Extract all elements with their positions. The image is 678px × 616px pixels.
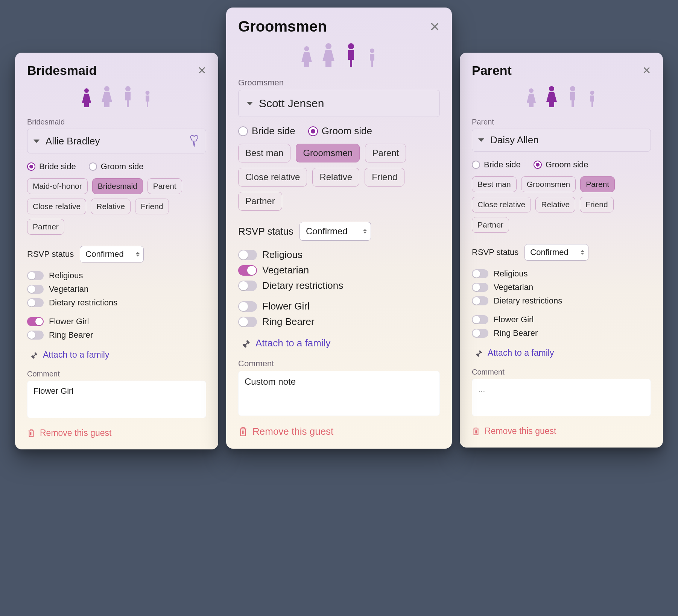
chevron-down-icon	[247, 102, 253, 105]
role-chips: Best man Groomsmen Parent Close relative…	[472, 176, 651, 233]
pin-icon	[241, 338, 251, 348]
avatar-boy-icon[interactable]	[143, 90, 152, 108]
toggle-ringbearer[interactable]	[472, 329, 488, 338]
avatar-picker	[238, 42, 440, 68]
rsvp-row: RSVP status Confirmed	[472, 244, 651, 261]
toggle-ringbearer[interactable]	[27, 331, 44, 340]
chip-friend[interactable]: Friend	[135, 199, 169, 214]
guest-card-parent: Parent ✕ Parent Daisy Allen Bride side G…	[460, 53, 663, 448]
avatar-girl-icon[interactable]	[81, 88, 92, 108]
rsvp-label: RSVP status	[472, 247, 518, 257]
toggle-flowergirl[interactable]	[27, 317, 44, 326]
remove-guest-button[interactable]: Remove this guest	[238, 426, 440, 437]
radio-bride-side[interactable]: Bride side	[27, 162, 76, 171]
attach-family-button[interactable]: Attach to a family	[475, 348, 651, 358]
rsvp-value: Confirmed	[530, 247, 568, 257]
comment-input[interactable]	[27, 381, 206, 418]
rsvp-value: Confirmed	[85, 249, 123, 259]
avatar-woman-icon[interactable]	[545, 85, 558, 108]
guest-card-groomsmen: Groomsmen ✕ Groomsmen Scott Jensen Bride…	[226, 8, 452, 449]
avatar-man-icon[interactable]	[566, 85, 579, 108]
avatar-woman-icon[interactable]	[100, 85, 113, 108]
chevron-down-icon	[33, 140, 40, 143]
close-icon[interactable]: ✕	[642, 65, 651, 76]
chip-parent[interactable]: Parent	[580, 176, 615, 192]
chip-bridesmaid[interactable]: Bridesmaid	[92, 178, 143, 194]
sort-icon	[363, 229, 367, 234]
rsvp-select[interactable]: Confirmed	[299, 222, 371, 241]
trash-icon	[472, 426, 480, 436]
toggle-religious[interactable]	[238, 250, 257, 260]
attach-family-button[interactable]: Attach to a family	[30, 350, 206, 360]
toggle-religious[interactable]	[27, 271, 44, 280]
guest-name: Daisy Allen	[490, 134, 645, 146]
chip-relative[interactable]: Relative	[535, 197, 575, 212]
guest-name-select[interactable]: Scott Jensen	[238, 90, 440, 117]
rsvp-select[interactable]: Confirmed	[80, 246, 144, 262]
close-icon[interactable]: ✕	[198, 65, 206, 76]
chip-parent[interactable]: Parent	[147, 178, 182, 194]
avatar-girl-icon[interactable]	[300, 46, 313, 68]
rsvp-row: RSVP status Confirmed	[238, 222, 440, 241]
chip-partner[interactable]: Partner	[238, 192, 282, 211]
attach-family-button[interactable]: Attach to a family	[241, 337, 440, 349]
chip-friend[interactable]: Friend	[580, 197, 614, 212]
chip-parent[interactable]: Parent	[365, 144, 406, 162]
comment-label: Comment	[27, 370, 206, 378]
toggle-ringbearer[interactable]	[238, 317, 257, 327]
remove-guest-button[interactable]: Remove this guest	[472, 426, 651, 436]
toggle-dietary[interactable]	[472, 296, 488, 305]
pin-icon	[475, 349, 483, 357]
avatar-man-icon[interactable]	[344, 42, 358, 68]
radio-groom-side[interactable]: Groom side	[89, 162, 144, 171]
chip-close-relative[interactable]: Close relative	[238, 168, 307, 187]
toggle-religious[interactable]	[472, 269, 488, 278]
chip-friend[interactable]: Friend	[365, 168, 404, 187]
toggle-dietary[interactable]	[27, 298, 44, 307]
radio-bride-side[interactable]: Bride side	[238, 125, 295, 137]
chip-partner[interactable]: Partner	[472, 217, 509, 233]
guest-name-select[interactable]: Daisy Allen	[472, 129, 651, 152]
chip-groomsmen[interactable]: Groomsmen	[521, 176, 576, 192]
role-toggles: Flower Girl Ring Bearer	[472, 315, 651, 338]
chip-relative[interactable]: Relative	[312, 168, 359, 187]
chip-best-man[interactable]: Best man	[472, 176, 517, 192]
chip-close-relative[interactable]: Close relative	[472, 197, 531, 212]
role-chips: Maid-of-honor Bridesmaid Parent Close re…	[27, 178, 206, 235]
dietary-toggles: Religious Vegetarian Dietary restriction…	[238, 249, 440, 291]
sort-icon	[581, 250, 584, 255]
radio-bride-side[interactable]: Bride side	[472, 160, 521, 170]
chip-groomsmen[interactable]: Groomsmen	[296, 144, 360, 162]
avatar-woman-icon[interactable]	[321, 42, 336, 68]
chip-close-relative[interactable]: Close relative	[27, 199, 86, 214]
chevron-down-icon	[478, 138, 484, 142]
chip-maid-of-honor[interactable]: Maid-of-honor	[27, 178, 88, 194]
close-icon[interactable]: ✕	[429, 20, 440, 33]
toggle-vegetarian[interactable]	[27, 285, 44, 294]
guest-name-select[interactable]: Allie Bradley	[27, 129, 206, 153]
chip-best-man[interactable]: Best man	[238, 144, 290, 162]
toggle-dietary[interactable]	[238, 281, 257, 291]
remove-guest-button[interactable]: Remove this guest	[27, 428, 206, 438]
toggle-flowergirl[interactable]	[238, 301, 257, 312]
role-toggles: Flower Girl Ring Bearer	[27, 317, 206, 340]
comment-label: Comment	[472, 368, 651, 376]
rsvp-select[interactable]: Confirmed	[524, 244, 588, 261]
comment-input[interactable]	[238, 371, 440, 416]
avatar-boy-icon[interactable]	[366, 48, 378, 68]
role-label: Groomsmen	[238, 78, 440, 88]
chip-partner[interactable]: Partner	[27, 219, 64, 235]
dietary-toggles: Religious Vegetarian Dietary restriction…	[472, 269, 651, 306]
toggle-vegetarian[interactable]	[472, 283, 488, 292]
radio-groom-side[interactable]: Groom side	[534, 160, 588, 170]
sort-icon	[136, 252, 140, 256]
avatar-girl-icon[interactable]	[526, 88, 537, 108]
toggle-vegetarian[interactable]	[238, 265, 257, 276]
avatar-boy-icon[interactable]	[587, 90, 597, 108]
avatar-man-icon[interactable]	[122, 85, 134, 108]
radio-groom-side[interactable]: Groom side	[308, 125, 372, 137]
chip-relative[interactable]: Relative	[91, 199, 131, 214]
trash-icon	[27, 428, 35, 438]
toggle-flowergirl[interactable]	[472, 315, 488, 324]
comment-input[interactable]	[472, 379, 651, 416]
